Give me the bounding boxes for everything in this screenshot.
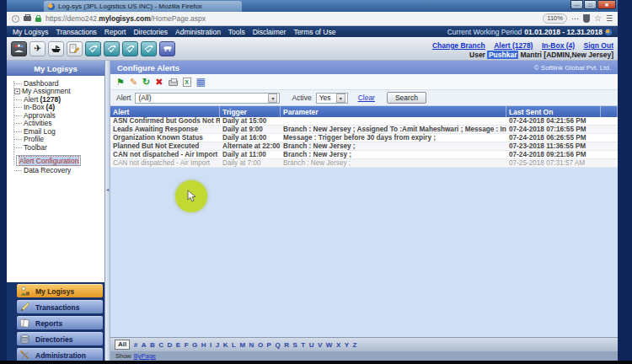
menu-item-disclaimer[interactable]: Disclaimer xyxy=(253,28,287,36)
refresh-icon[interactable]: ↻ xyxy=(142,78,150,87)
letter-link-u[interactable]: U xyxy=(309,341,314,349)
sidebar-item-data-recovery[interactable]: Data Recovery xyxy=(12,167,104,175)
minimize-button[interactable]: — xyxy=(570,0,583,9)
table-row[interactable]: Leads Awaiting Response Daily at 9:00 Br… xyxy=(110,126,618,134)
print-icon[interactable] xyxy=(169,80,178,86)
letter-link-x[interactable]: X xyxy=(336,341,340,349)
by-page-link[interactable]: ByPage xyxy=(134,352,156,360)
maximize-button[interactable]: □ xyxy=(584,0,597,9)
col-trigger[interactable]: Trigger xyxy=(220,106,281,117)
letter-link-n[interactable]: N xyxy=(249,341,254,349)
sidebar-item-inbox[interactable]: In-Box(4) xyxy=(12,104,104,112)
alert-link[interactable]: Alert (1278) xyxy=(494,41,533,50)
letter-link-z[interactable]: Z xyxy=(353,341,357,349)
letter-link-hash[interactable]: # xyxy=(134,341,137,349)
sidebar-item-approvals[interactable]: Approvals xyxy=(12,111,104,120)
sidebar-item-alert-configuration[interactable]: Alert Configuration xyxy=(16,155,81,166)
air-freight-icon[interactable]: ✈ xyxy=(29,41,46,56)
sidebar-item-my-assignment[interactable]: +My Assignment xyxy=(12,88,104,96)
shipment-shortcut-icon-1[interactable] xyxy=(85,41,101,56)
table-row[interactable]: ASN Confirmed but Goods Not Received Dai… xyxy=(110,117,618,126)
table-row[interactable]: Organization Known Status Daily at 16:00… xyxy=(110,134,618,142)
expand-icon[interactable]: + xyxy=(14,88,20,94)
letter-link-t[interactable]: T xyxy=(301,341,305,349)
browser-tab[interactable]: Log-sys (3PL Logistics US INC) - Mozilla… xyxy=(44,1,242,12)
grid-view-icon[interactable]: ▦ xyxy=(196,78,206,87)
zoom-level-badge[interactable]: 110% xyxy=(543,13,567,24)
delete-icon[interactable]: ✖ xyxy=(155,78,163,87)
letter-link-v[interactable]: V xyxy=(318,341,322,349)
table-row[interactable]: Planned But Not Executed Alternate at 22… xyxy=(110,142,618,151)
col-last-sent-on[interactable]: Last Sent On xyxy=(506,106,601,117)
letter-link-a[interactable]: A xyxy=(142,341,147,349)
nav-my-logisys[interactable]: My Logisys xyxy=(17,284,103,297)
edit-icon[interactable]: ✎ xyxy=(130,78,137,87)
change-branch-link[interactable]: Change Branch xyxy=(432,41,485,50)
col-alert[interactable]: Alert xyxy=(110,106,220,117)
nav-administration[interactable]: Administration xyxy=(17,348,103,361)
clear-link[interactable]: Clear xyxy=(358,94,375,102)
table-row[interactable]: CAN not dispatched - Air Import Daily at… xyxy=(110,151,618,159)
letter-link-k[interactable]: K xyxy=(223,341,228,349)
shipment-shortcut-icon-3[interactable] xyxy=(122,41,138,56)
menu-item-my-logisys[interactable]: My Logisys xyxy=(13,28,49,36)
col-parameter[interactable]: Parameter xyxy=(281,106,506,117)
letter-link-g[interactable]: G xyxy=(192,341,197,349)
letter-link-h[interactable]: H xyxy=(201,341,206,349)
letter-link-r[interactable]: R xyxy=(284,341,289,349)
letter-link-w[interactable]: W xyxy=(326,341,333,349)
sidebar-item-activities[interactable]: Activities xyxy=(12,120,104,128)
letter-link-p[interactable]: P xyxy=(267,341,271,349)
nav-transactions[interactable]: Transactions xyxy=(17,300,103,313)
contacts-icon[interactable] xyxy=(11,41,27,56)
hamburger-menu-icon[interactable]: ☰ xyxy=(606,14,613,23)
menu-item-transactions[interactable]: Transactions xyxy=(56,28,97,36)
signout-link[interactable]: Sign Out xyxy=(584,41,613,50)
letter-link-s[interactable]: S xyxy=(292,341,297,349)
extension-icon[interactable] xyxy=(24,16,31,21)
inbox-link[interactable]: In-Box (4) xyxy=(542,41,575,50)
sidebar-item-dashboard[interactable]: Dashboard xyxy=(12,79,104,88)
sidebar-item-profile[interactable]: Profile xyxy=(12,136,104,144)
billing-shortcut-icon[interactable] xyxy=(159,41,175,56)
bookmark-star-icon[interactable]: ☆ xyxy=(594,14,602,23)
letter-link-l[interactable]: L xyxy=(232,341,236,349)
table-row[interactable]: CAN not dispatched - Air Import Daily at… xyxy=(110,159,618,168)
letter-link-d[interactable]: D xyxy=(168,341,173,349)
menu-item-terms-of-use[interactable]: Terms of Use xyxy=(293,28,335,36)
letter-link-e[interactable]: E xyxy=(176,341,180,349)
menu-item-administration[interactable]: Administration xyxy=(175,28,221,36)
nav-reports[interactable]: Reports xyxy=(17,316,103,329)
shield-icon[interactable] xyxy=(583,14,590,23)
letter-link-f[interactable]: F xyxy=(185,341,189,349)
page-actions-icon[interactable]: ⋯ xyxy=(571,14,579,23)
letter-link-c[interactable]: C xyxy=(158,341,163,349)
sea-freight-icon[interactable] xyxy=(48,41,64,56)
letter-link-b[interactable]: B xyxy=(150,341,155,349)
sidebar-item-alert[interactable]: Alert(1278) xyxy=(12,95,104,104)
letter-link-i[interactable]: I xyxy=(210,341,212,349)
add-alert-icon[interactable]: ⚑ xyxy=(116,78,125,87)
letter-link-y[interactable]: Y xyxy=(345,341,349,349)
filter-all-button[interactable]: All xyxy=(115,340,130,350)
menu-item-tools[interactable]: Tools xyxy=(228,28,245,36)
page-info-icon[interactable]: i xyxy=(12,15,19,23)
search-button[interactable]: Search xyxy=(387,92,426,104)
active-filter-select[interactable]: Yes ▾ xyxy=(316,93,348,104)
menu-item-directories[interactable]: Directories xyxy=(133,28,168,36)
sidebar-item-email-log[interactable]: Email Log xyxy=(12,127,104,136)
menu-item-report[interactable]: Report xyxy=(104,28,126,36)
nav-directories[interactable]: Directories xyxy=(17,332,103,345)
close-button[interactable]: ✖ xyxy=(597,0,616,9)
export-excel-icon[interactable]: X xyxy=(183,78,191,87)
letter-link-q[interactable]: Q xyxy=(275,341,280,349)
document-edit-icon[interactable] xyxy=(67,41,83,56)
letter-link-m[interactable]: M xyxy=(239,341,245,349)
url-bar[interactable]: https://demo242.mylogisys.com/HomePage.a… xyxy=(46,14,206,23)
sidebar-item-toolbar[interactable]: Toolbar xyxy=(12,143,104,152)
shipment-shortcut-icon-4[interactable] xyxy=(141,41,157,56)
alert-filter-select[interactable]: (All) ▾ xyxy=(135,93,280,104)
letter-link-j[interactable]: J xyxy=(216,341,219,349)
shipment-shortcut-icon-2[interactable] xyxy=(104,41,120,56)
letter-link-o[interactable]: O xyxy=(258,341,263,349)
